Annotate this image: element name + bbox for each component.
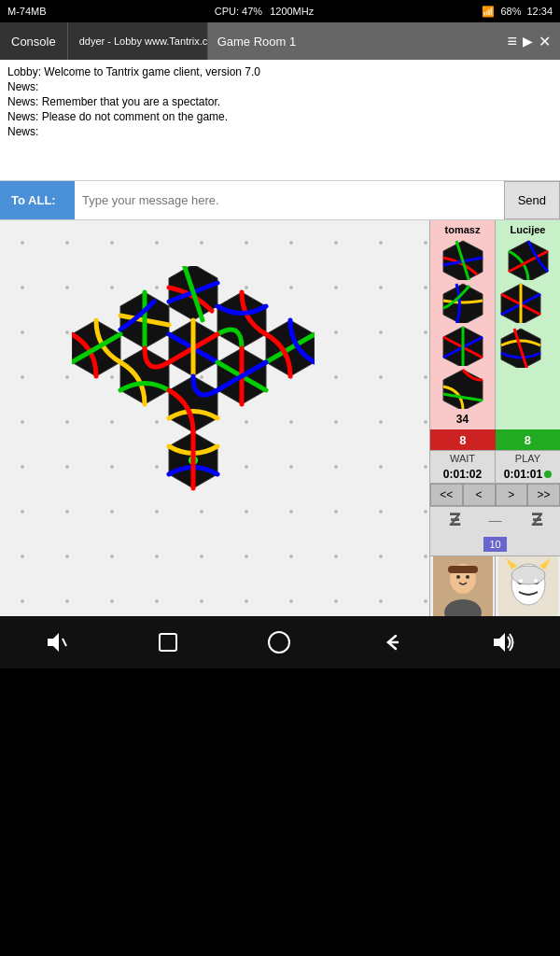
player-1-tile-1 — [440, 239, 486, 280]
chat-line-3: News: Please do not comment on the game. — [7, 110, 553, 123]
chat-line-2: News: Remember that you are a spectator. — [7, 95, 553, 108]
player-2-avatar — [496, 556, 560, 616]
player-1-score: 34 — [456, 413, 469, 426]
z-symbols-row: Ƶ — Ƶ — [430, 506, 560, 533]
player-2-tile-1 — [505, 239, 552, 280]
tab-gameroom[interactable]: Game Room 1 ≡ ▶ ✕ — [208, 22, 560, 60]
tantrix-board — [72, 266, 315, 531]
svg-marker-40 — [494, 633, 505, 652]
player-2-name: Lucijee — [511, 224, 546, 235]
back-button[interactable] — [379, 630, 403, 654]
z-symbol-left: Ƶ — [449, 510, 460, 530]
player-1-timer: 0:01:02 — [430, 466, 496, 483]
menu-icon[interactable]: ≡ — [507, 32, 517, 51]
player-2-tile-2 — [497, 282, 544, 323]
player-2-col: Lucijee — [496, 220, 560, 429]
player-2-badge: 8 — [496, 429, 561, 450]
home-button[interactable] — [267, 630, 291, 654]
timer-row: 0:01:02 0:01:01 — [430, 466, 560, 483]
svg-point-25 — [466, 575, 469, 579]
chat-line-0: Lobby: Welcome to Tantrix game client, v… — [7, 65, 553, 78]
player-1-tile-4 — [440, 368, 486, 409]
wifi-icon: 📶 — [482, 6, 495, 18]
player-1-name: tomasz — [445, 224, 481, 235]
tab-bar: Console ddyer - Lobby www.Tantrix.com Ga… — [0, 22, 560, 60]
board-area — [0, 220, 429, 616]
status-row: WAIT PLAY — [430, 450, 560, 466]
right-panel: tomasz — [429, 220, 560, 616]
svg-point-35 — [534, 579, 538, 583]
z-symbol-right: Ƶ — [531, 510, 542, 530]
svg-marker-36 — [48, 633, 59, 652]
volume-up-button[interactable] — [490, 629, 516, 655]
svg-rect-38 — [160, 634, 176, 651]
freq-label: 1200MHz — [270, 6, 314, 17]
close-icon[interactable]: ✕ — [539, 33, 551, 50]
player-1-avatar — [430, 556, 496, 616]
player-1-tiles — [440, 239, 486, 409]
more-icon[interactable]: ▶ — [523, 34, 533, 49]
svg-point-34 — [519, 579, 523, 583]
cpu-label: CPU: 47% — [215, 6, 262, 17]
game-area: tomasz — [0, 220, 560, 616]
send-button[interactable]: Send — [504, 181, 560, 219]
timer-dot — [544, 471, 552, 478]
svg-point-31 — [511, 566, 545, 584]
nav-next-button[interactable]: > — [496, 484, 528, 506]
score-row: 8 8 — [430, 429, 560, 450]
player-1-col: tomasz — [430, 220, 496, 429]
svg-point-24 — [456, 575, 460, 579]
players-row: tomasz — [430, 220, 560, 429]
tab-lobby[interactable]: ddyer - Lobby www.Tantrix.com — [68, 22, 208, 60]
player-1-tile-2 — [440, 282, 486, 323]
message-input[interactable] — [75, 181, 504, 219]
tab-lobby-label: ddyer - Lobby www.Tantrix.com — [79, 35, 208, 47]
tab-gameroom-label: Game Room 1 — [217, 35, 297, 49]
nav-first-button[interactable]: << — [430, 484, 463, 506]
nav-prev-button[interactable]: < — [463, 484, 496, 506]
z-dash: — — [489, 513, 502, 527]
bottom-nav — [0, 616, 560, 668]
move-counter: 10 — [483, 537, 506, 552]
player-2-status: PLAY — [496, 451, 560, 466]
nav-row: << < > >> — [430, 483, 560, 506]
nav-last-button[interactable]: >> — [527, 484, 560, 506]
player-1-avatar-img — [433, 556, 493, 616]
player-1-tile-3 — [440, 325, 486, 366]
message-bar: To ALL: Send — [0, 181, 560, 220]
message-to-label: To ALL: — [0, 181, 75, 219]
memory-label: M-74MB — [7, 6, 47, 17]
move-counter-wrapper: 10 — [430, 533, 560, 555]
player-2-avatar-img — [498, 556, 558, 616]
avatar-row — [430, 555, 560, 616]
tab-console-label: Console — [11, 35, 56, 49]
svg-line-37 — [63, 639, 66, 646]
square-button[interactable] — [157, 631, 179, 654]
battery-label: 68% — [500, 6, 521, 17]
chat-line-4: News: — [7, 125, 553, 138]
tab-console[interactable]: Console — [0, 22, 68, 60]
player-2-tiles — [497, 239, 558, 372]
player-2-tile-3 — [497, 327, 544, 368]
player-1-status: WAIT — [430, 451, 496, 466]
svg-rect-26 — [448, 566, 478, 573]
chat-line-1: News: — [7, 80, 553, 93]
volume-down-button[interactable] — [44, 629, 70, 655]
svg-point-39 — [269, 632, 289, 653]
player-2-dot — [497, 282, 558, 372]
status-bar: M-74MB CPU: 47% 1200MHz 📶 68% 12:34 — [0, 0, 560, 22]
player-1-badge: 8 — [430, 429, 496, 450]
time-label: 12:34 — [526, 6, 553, 17]
player-2-timer: 0:01:01 — [496, 466, 560, 483]
chat-area: Lobby: Welcome to Tantrix game client, v… — [0, 60, 560, 181]
